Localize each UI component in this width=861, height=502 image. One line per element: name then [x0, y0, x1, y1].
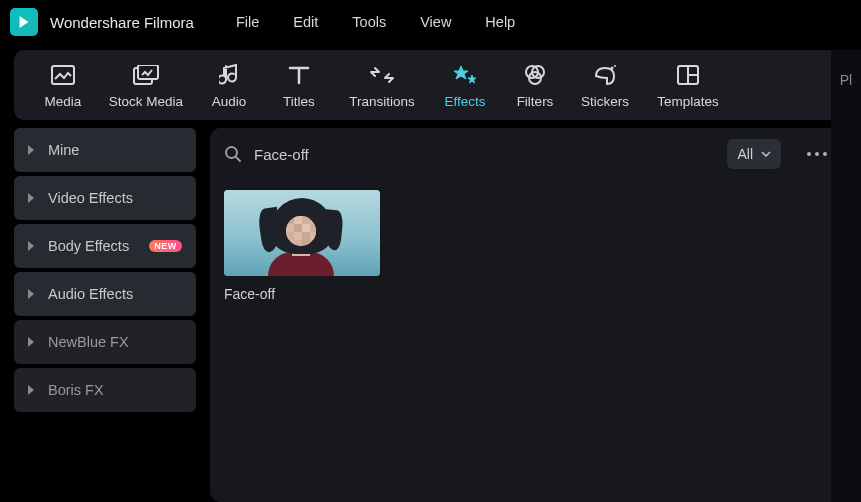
effect-label: Face-off	[224, 286, 380, 302]
svg-rect-2	[138, 65, 158, 79]
results-grid: Face-off	[210, 180, 847, 312]
tab-stock-media[interactable]: Stock Media	[98, 62, 194, 109]
sidebar: Mine Video Effects Body Effects NEW Audi…	[14, 128, 196, 502]
tab-audio[interactable]: Audio	[194, 62, 264, 109]
menu-edit[interactable]: Edit	[293, 14, 318, 30]
tab-filters[interactable]: Filters	[500, 62, 570, 109]
search-icon	[224, 145, 242, 163]
svg-line-12	[236, 157, 240, 161]
right-panel[interactable]: Pl	[831, 50, 861, 502]
chevron-right-icon	[28, 145, 34, 155]
media-icon	[51, 62, 75, 88]
menu-help[interactable]: Help	[485, 14, 515, 30]
tab-templates[interactable]: Templates	[640, 62, 736, 109]
stickers-icon	[593, 62, 617, 88]
menu-tools[interactable]: Tools	[352, 14, 386, 30]
new-badge: NEW	[149, 240, 182, 252]
tool-tabs: Media Stock Media Audio Titles Transitio…	[14, 50, 847, 120]
filter-dropdown[interactable]: All	[727, 139, 781, 169]
chevron-down-icon	[761, 151, 771, 157]
tab-effects[interactable]: Effects	[430, 62, 500, 109]
chevron-right-icon	[28, 193, 34, 203]
sidebar-item-body-effects[interactable]: Body Effects NEW	[14, 224, 196, 268]
sidebar-item-video-effects[interactable]: Video Effects	[14, 176, 196, 220]
tab-media[interactable]: Media	[28, 62, 98, 109]
content-panel: All	[210, 128, 847, 502]
menu-file[interactable]: File	[236, 14, 259, 30]
tab-transitions[interactable]: Transitions	[334, 62, 430, 109]
sidebar-item-boris-fx[interactable]: Boris FX	[14, 368, 196, 412]
sidebar-item-newblue-fx[interactable]: NewBlue FX	[14, 320, 196, 364]
svg-point-7	[614, 65, 616, 67]
search-input[interactable]	[254, 146, 454, 163]
audio-icon	[219, 62, 239, 88]
chevron-right-icon	[28, 241, 34, 251]
stock-media-icon	[133, 62, 159, 88]
chevron-right-icon	[28, 337, 34, 347]
titlebar: Wondershare Filmora File Edit Tools View…	[0, 0, 861, 44]
svg-point-6	[611, 66, 614, 69]
transitions-icon	[369, 62, 395, 88]
effect-card-face-off[interactable]: Face-off	[224, 190, 380, 302]
titles-icon	[288, 62, 310, 88]
chevron-right-icon	[28, 385, 34, 395]
menubar: File Edit Tools View Help	[236, 14, 515, 30]
more-options-button[interactable]	[801, 146, 833, 162]
tab-titles[interactable]: Titles	[264, 62, 334, 109]
filters-icon	[523, 62, 547, 88]
search-bar: All	[210, 128, 847, 180]
templates-icon	[677, 62, 699, 88]
app-title: Wondershare Filmora	[50, 14, 194, 31]
chevron-right-icon	[28, 289, 34, 299]
sidebar-item-mine[interactable]: Mine	[14, 128, 196, 172]
sidebar-item-audio-effects[interactable]: Audio Effects	[14, 272, 196, 316]
tab-stickers[interactable]: Stickers	[570, 62, 640, 109]
menu-view[interactable]: View	[420, 14, 451, 30]
effect-thumbnail	[224, 190, 380, 276]
effects-icon	[453, 62, 477, 88]
app-logo	[10, 8, 38, 36]
